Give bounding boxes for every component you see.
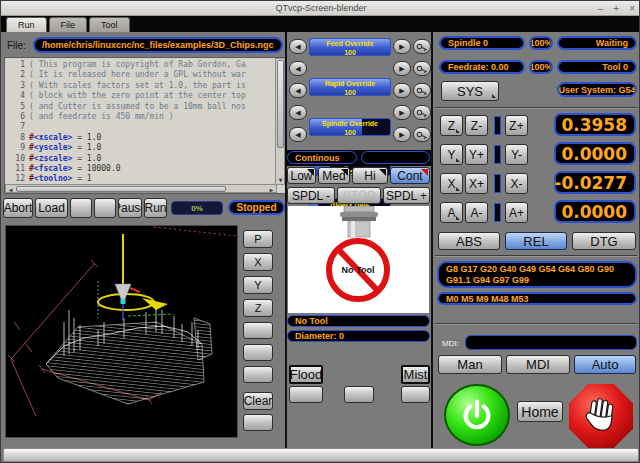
estop-button[interactable] [569, 384, 633, 448]
jog-low-button[interactable]: Low [287, 167, 316, 184]
preview-blank-button-3[interactable] [243, 366, 273, 383]
abort-button[interactable]: Abort [3, 198, 33, 218]
jog-rate-reset-button[interactable] [413, 105, 431, 120]
mist-button[interactable]: Mist [401, 365, 430, 384]
axis-y-select-button[interactable]: Y [440, 144, 463, 165]
progress-value: 0% [191, 204, 203, 213]
preview-blank-button-4[interactable] [243, 414, 273, 431]
jog-z-minus-button[interactable]: Z- [465, 115, 488, 136]
run-button[interactable]: Run [144, 198, 167, 218]
jog-rate-increase-button[interactable]: ▶ [393, 105, 411, 120]
jog-y-plus-button[interactable]: Y+ [465, 144, 488, 165]
spindle-plus-button[interactable]: SPDL + [383, 187, 430, 204]
minimize-icon[interactable]: – [598, 3, 604, 14]
feed-override-increase-button[interactable]: ▶ [393, 39, 411, 54]
tab-run[interactable]: Run [6, 17, 47, 32]
sys-menu-button[interactable]: SYS [441, 81, 499, 101]
home-button[interactable]: Home [517, 401, 563, 422]
spindle-override-display: 100% [529, 36, 553, 50]
preview-blank-button-2[interactable] [243, 344, 273, 361]
wireframe-surface [46, 304, 212, 404]
gcode-editor[interactable]: 1( This program is copyright of Rab Gord… [4, 57, 286, 194]
pause-button[interactable]: Pause [118, 198, 142, 218]
preview-z-view-button[interactable]: Z [243, 299, 273, 317]
jog-y-minus-button[interactable]: Y- [505, 144, 528, 165]
flood-blank-button[interactable] [289, 386, 323, 403]
axis-a-select-button[interactable]: A [440, 202, 463, 223]
dro-rel-button[interactable]: REL [505, 232, 567, 250]
blank-button-2[interactable] [94, 198, 116, 218]
spindle-stop-button[interactable]: STOP [337, 187, 381, 204]
machine-power-button[interactable] [444, 384, 510, 446]
gcode-vscrollbar[interactable]: ▼ [275, 58, 285, 185]
load-button[interactable]: Load [35, 198, 68, 218]
dro-abs-button[interactable]: ABS [438, 232, 500, 250]
reset-key-icon [416, 131, 428, 139]
gcode-line: 8#<xscale> = 1.0 [5, 133, 285, 143]
spindle-minus-button[interactable]: SPDL - [287, 187, 335, 204]
spindle-speed-display: Spindle 0 [439, 36, 525, 50]
jog-a-plus-button[interactable]: A+ [505, 202, 528, 223]
mode-auto-button[interactable]: Auto [574, 355, 636, 374]
tab-tool[interactable]: Tool [89, 17, 130, 32]
mist-blank-button[interactable] [401, 386, 430, 403]
mode-mdi-button[interactable]: MDI [506, 355, 570, 374]
preview-perspective-button[interactable]: P [243, 230, 273, 248]
dro-z: 0.3958 [554, 113, 636, 136]
spindle-override-slider[interactable]: Spindle Override 100 [309, 118, 391, 136]
rotary-rate-increase-button[interactable]: ▶ [393, 127, 411, 142]
scroll-right-icon[interactable]: ▶ [267, 185, 276, 193]
axis-z-select-button[interactable]: Z [440, 115, 463, 136]
feed-override-decrease-button[interactable]: ◀ [289, 39, 307, 54]
feed-override-reset-button[interactable] [413, 39, 431, 54]
spindle-override-reset-button[interactable] [413, 83, 431, 98]
scroll-down-icon[interactable]: ▼ [276, 175, 285, 184]
preview-x-view-button[interactable]: X [243, 253, 273, 271]
jog-hi-button[interactable]: Hi [352, 167, 388, 184]
jog-x-minus-button[interactable]: X- [505, 173, 528, 194]
jog-cont-button[interactable]: Cont [390, 167, 430, 184]
preview-blank-button-1[interactable] [243, 322, 273, 339]
active-gcodes-display: G8 G17 G20 G40 G49 G54 G64 G80 G90 G91.1… [437, 261, 637, 288]
file-path-display[interactable]: /home/chris/linuxcnc/nc_files/examples/3… [33, 37, 283, 53]
gcode-3d-preview[interactable] [5, 225, 238, 438]
jog-z-plus-button[interactable]: Z+ [505, 115, 528, 136]
gcode-line: 5( and Cutter is assumed to be a 10mm ba… [5, 102, 285, 112]
user-system-display: User System: G54 [557, 82, 637, 97]
preview-clear-button[interactable]: Clear [243, 392, 273, 410]
reset-key-icon [416, 87, 428, 95]
gcode-lines: 1( This program is copyright of Rab Gord… [5, 58, 285, 185]
rotary-rate-reset-button[interactable] [413, 127, 431, 142]
dro-dtg-button[interactable]: DTG [572, 232, 636, 250]
mode-man-button[interactable]: Man [438, 355, 502, 374]
axis-x-select-button[interactable]: X [440, 173, 463, 194]
center-blank-button[interactable] [344, 386, 374, 403]
tool-name-display: No Tool [287, 315, 430, 327]
mdi-input[interactable] [465, 335, 637, 350]
jog-med-button[interactable]: Med [318, 167, 350, 184]
rotary-rate-decrease-button[interactable]: ◀ [289, 127, 307, 142]
jog-a-minus-button[interactable]: A- [465, 202, 488, 223]
close-icon[interactable]: × [629, 3, 635, 14]
spindle-override-increase-button[interactable]: ▶ [393, 83, 411, 98]
rapid-override-slider[interactable]: Rapid Override 100 [309, 78, 391, 96]
scroll-left-icon[interactable]: ◀ [6, 185, 15, 193]
tab-file[interactable]: File [49, 17, 88, 32]
feed-override-slider[interactable]: Feed Override 100 [309, 38, 391, 56]
divider-left-middle [285, 32, 287, 448]
rapid-move-line [154, 227, 237, 236]
gcode-hscrollbar[interactable]: ◀ ▶ [5, 184, 277, 193]
flood-button[interactable]: Flood [289, 365, 323, 384]
jog-rate-decrease-button[interactable]: ◀ [289, 105, 307, 120]
rapid-override-increase-button[interactable]: ▶ [393, 61, 411, 76]
rapid-override-reset-button[interactable] [413, 61, 431, 76]
reset-key-icon [416, 65, 428, 73]
rapid-override-decrease-button[interactable]: ◀ [289, 61, 307, 76]
jog-x-plus-button[interactable]: X+ [465, 173, 488, 194]
blank-button-1[interactable] [70, 198, 92, 218]
reset-key-icon [416, 43, 428, 51]
maximize-icon[interactable]: + [613, 3, 619, 14]
spindle-override-decrease-button[interactable]: ◀ [289, 83, 307, 98]
preview-y-view-button[interactable]: Y [243, 276, 273, 294]
title-bar: QTvcp-Screen-blender – + × [1, 1, 640, 16]
